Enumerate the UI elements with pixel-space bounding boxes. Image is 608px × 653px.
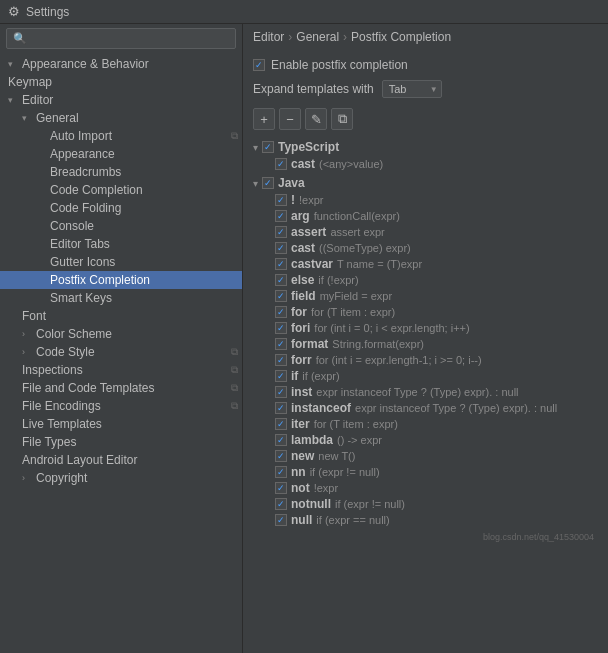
template-item[interactable]: lambda () -> expr bbox=[253, 432, 598, 448]
item-checkbox[interactable] bbox=[275, 242, 287, 254]
template-item[interactable]: cast ((SomeType) expr) bbox=[253, 240, 598, 256]
item-keyword: cast bbox=[291, 157, 315, 171]
item-checkbox[interactable] bbox=[275, 306, 287, 318]
item-suffix: String.format(expr) bbox=[332, 338, 424, 350]
enable-checkbox[interactable] bbox=[253, 59, 265, 71]
sidebar-item-copyright[interactable]: ›Copyright bbox=[0, 469, 242, 487]
item-checkbox[interactable] bbox=[275, 354, 287, 366]
sidebar-item-code-completion[interactable]: Code Completion bbox=[0, 181, 242, 199]
item-checkbox[interactable] bbox=[275, 418, 287, 430]
sidebar-item-keymap[interactable]: Keymap bbox=[0, 73, 242, 91]
item-checkbox[interactable] bbox=[275, 226, 287, 238]
copy-button[interactable]: ⧉ bbox=[331, 108, 353, 130]
sidebar-item-label: Color Scheme bbox=[36, 327, 238, 341]
search-input[interactable] bbox=[31, 33, 229, 45]
sidebar-item-editor[interactable]: ▾Editor bbox=[0, 91, 242, 109]
item-keyword: if bbox=[291, 369, 298, 383]
item-checkbox[interactable] bbox=[275, 498, 287, 510]
template-item[interactable]: arg functionCall(expr) bbox=[253, 208, 598, 224]
breadcrumb-general: General bbox=[296, 30, 339, 44]
template-item[interactable]: forr for (int i = expr.length-1; i >= 0;… bbox=[253, 352, 598, 368]
remove-button[interactable]: − bbox=[279, 108, 301, 130]
item-checkbox[interactable] bbox=[275, 338, 287, 350]
item-checkbox[interactable] bbox=[275, 158, 287, 170]
template-item[interactable]: cast (<any>value) bbox=[253, 156, 598, 172]
group-checkbox-java[interactable] bbox=[262, 177, 274, 189]
item-checkbox[interactable] bbox=[275, 386, 287, 398]
template-item[interactable]: field myField = expr bbox=[253, 288, 598, 304]
sidebar-item-file-code-templates[interactable]: File and Code Templates⧉ bbox=[0, 379, 242, 397]
sidebar-item-smart-keys[interactable]: Smart Keys bbox=[0, 289, 242, 307]
sidebar-item-label: Appearance & Behavior bbox=[22, 57, 238, 71]
template-item[interactable]: iter for (T item : expr) bbox=[253, 416, 598, 432]
template-item[interactable]: inst expr instanceof Type ? (Type) expr)… bbox=[253, 384, 598, 400]
item-suffix: if (expr != null) bbox=[335, 498, 405, 510]
template-item[interactable]: ! !expr bbox=[253, 192, 598, 208]
sidebar-item-gutter-icons[interactable]: Gutter Icons bbox=[0, 253, 242, 271]
item-suffix: myField = expr bbox=[320, 290, 392, 302]
sidebar-item-label: Inspections bbox=[22, 363, 227, 377]
sidebar-item-postfix-completion[interactable]: Postfix Completion bbox=[0, 271, 242, 289]
template-item[interactable]: castvar T name = (T)expr bbox=[253, 256, 598, 272]
item-checkbox[interactable] bbox=[275, 434, 287, 446]
item-checkbox[interactable] bbox=[275, 258, 287, 270]
toolbar-row: + − ✎ ⧉ bbox=[253, 108, 598, 130]
template-item[interactable]: instanceof expr instanceof Type ? (Type)… bbox=[253, 400, 598, 416]
template-group-header-java[interactable]: ▾Java bbox=[253, 174, 598, 192]
template-item[interactable]: fori for (int i = 0; i < expr.length; i+… bbox=[253, 320, 598, 336]
item-checkbox[interactable] bbox=[275, 482, 287, 494]
group-checkbox-typescript[interactable] bbox=[262, 141, 274, 153]
sidebar-item-console[interactable]: Console bbox=[0, 217, 242, 235]
item-suffix: for (T item : expr) bbox=[311, 306, 395, 318]
sidebar-item-color-scheme[interactable]: ›Color Scheme bbox=[0, 325, 242, 343]
template-item[interactable]: assert assert expr bbox=[253, 224, 598, 240]
sidebar-item-appearance[interactable]: Appearance bbox=[0, 145, 242, 163]
template-item[interactable]: not !expr bbox=[253, 480, 598, 496]
edit-button[interactable]: ✎ bbox=[305, 108, 327, 130]
item-checkbox[interactable] bbox=[275, 290, 287, 302]
sidebar-item-code-folding[interactable]: Code Folding bbox=[0, 199, 242, 217]
sidebar-item-code-style[interactable]: ›Code Style⧉ bbox=[0, 343, 242, 361]
template-item[interactable]: for for (T item : expr) bbox=[253, 304, 598, 320]
item-checkbox[interactable] bbox=[275, 210, 287, 222]
item-keyword: arg bbox=[291, 209, 310, 223]
item-checkbox[interactable] bbox=[275, 466, 287, 478]
sidebar-item-live-templates[interactable]: Live Templates bbox=[0, 415, 242, 433]
settings-content: Enable postfix completion Expand templat… bbox=[243, 50, 608, 653]
sidebar-item-label: Auto Import bbox=[50, 129, 227, 143]
item-checkbox[interactable] bbox=[275, 514, 287, 526]
sidebar-item-auto-import[interactable]: Auto Import⧉ bbox=[0, 127, 242, 145]
sidebar-item-editor-tabs[interactable]: Editor Tabs bbox=[0, 235, 242, 253]
sidebar-item-inspections[interactable]: Inspections⧉ bbox=[0, 361, 242, 379]
search-box[interactable]: 🔍 bbox=[6, 28, 236, 49]
item-keyword: format bbox=[291, 337, 328, 351]
add-button[interactable]: + bbox=[253, 108, 275, 130]
sidebar-item-font[interactable]: Font bbox=[0, 307, 242, 325]
chevron-icon: ▾ bbox=[253, 142, 258, 153]
chevron-icon: › bbox=[22, 473, 32, 483]
item-checkbox[interactable] bbox=[275, 322, 287, 334]
item-checkbox[interactable] bbox=[275, 194, 287, 206]
expand-select[interactable]: Tab Enter Space bbox=[382, 80, 442, 98]
sidebar-item-label: Copyright bbox=[36, 471, 238, 485]
sidebar-item-breadcrumbs[interactable]: Breadcrumbs bbox=[0, 163, 242, 181]
sidebar-item-label: File Encodings bbox=[22, 399, 227, 413]
item-checkbox[interactable] bbox=[275, 370, 287, 382]
template-item[interactable]: notnull if (expr != null) bbox=[253, 496, 598, 512]
template-item[interactable]: format String.format(expr) bbox=[253, 336, 598, 352]
template-item[interactable]: if if (expr) bbox=[253, 368, 598, 384]
template-group-header-typescript[interactable]: ▾TypeScript bbox=[253, 138, 598, 156]
template-item[interactable]: nn if (expr != null) bbox=[253, 464, 598, 480]
template-item[interactable]: else if (!expr) bbox=[253, 272, 598, 288]
template-item[interactable]: new new T() bbox=[253, 448, 598, 464]
sidebar-item-appearance-behavior[interactable]: ▾Appearance & Behavior bbox=[0, 55, 242, 73]
sidebar-item-general[interactable]: ▾General bbox=[0, 109, 242, 127]
sidebar-item-file-types[interactable]: File Types bbox=[0, 433, 242, 451]
sidebar-item-android-layout-editor[interactable]: Android Layout Editor bbox=[0, 451, 242, 469]
item-checkbox[interactable] bbox=[275, 450, 287, 462]
template-item[interactable]: null if (expr == null) bbox=[253, 512, 598, 528]
item-keyword: iter bbox=[291, 417, 310, 431]
item-checkbox[interactable] bbox=[275, 402, 287, 414]
item-checkbox[interactable] bbox=[275, 274, 287, 286]
sidebar-item-file-encodings[interactable]: File Encodings⧉ bbox=[0, 397, 242, 415]
